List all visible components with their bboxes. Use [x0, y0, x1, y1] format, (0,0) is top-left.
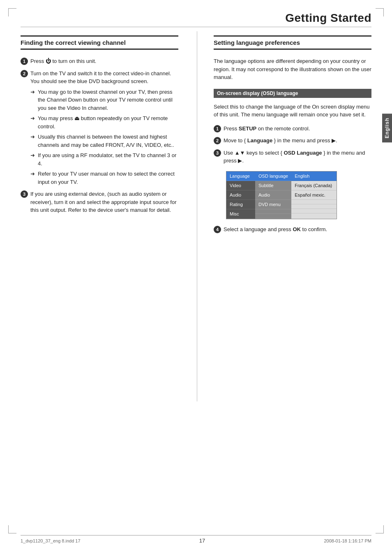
left-column: Finding the correct viewing channel 1 Pr…	[21, 31, 184, 401]
page-header: Getting Started	[0, 0, 392, 27]
right-step-1-content: Press SETUP on the remote control.	[224, 125, 371, 133]
osd-menu-screenshot: Language Video Audio Rating Misc OSD lan…	[226, 171, 337, 219]
right-step-4-number: 4	[214, 226, 221, 233]
arrow-icon-1: ➜	[30, 88, 36, 96]
step-1-content: Press ⏻ to turn on this unit.	[30, 57, 178, 65]
setting-language-heading: Setting language preferences	[214, 35, 371, 50]
arrow-icon-5: ➜	[30, 170, 36, 178]
osd-option-empty3	[291, 209, 337, 213]
arrow-icon-3: ➜	[30, 133, 36, 141]
step-2-arrow-3: ➜ Usually this channel is between the lo…	[30, 133, 178, 149]
osd-cell-audio: Audio	[226, 190, 255, 200]
page-footer: 1_dvp1120_37_eng 8.indd 17 17 2008-01-18…	[21, 535, 371, 544]
step-2-arrow-4: ➜ If you are using a RF modulator, set t…	[30, 151, 178, 167]
footer-date: 2008-01-18 1:16:17 PM	[324, 538, 371, 543]
finding-channel-heading: Finding the correct viewing channel	[21, 35, 178, 50]
main-content: Finding the correct viewing channel 1 Pr…	[0, 31, 392, 401]
osd-option-empty2	[291, 204, 337, 209]
osd-cell-osd-language: OSD language	[255, 172, 291, 181]
arrow-icon-4: ➜	[30, 151, 36, 160]
step-2: 2 Turn on the TV and switch it to the co…	[21, 70, 178, 186]
english-tab: English	[382, 114, 392, 142]
right-step-3-content: Use ▲▼ keys to select { OSD Language } i…	[224, 149, 371, 165]
right-step-2-number: 2	[214, 137, 221, 144]
right-step-2: 2 Move to { Language } in the menu and p…	[214, 137, 371, 145]
step-3: 3 If you are using external device, (suc…	[21, 190, 178, 214]
header-rule	[21, 27, 371, 27]
footer-filename: 1_dvp1120_37_eng 8.indd 17	[21, 538, 81, 543]
step-2-arrow-5: ➜ Refer to your TV user manual on how to…	[30, 170, 178, 186]
step-1: 1 Press ⏻ to turn on this unit.	[21, 57, 178, 65]
right-column: Setting language preferences The languag…	[210, 31, 371, 401]
corner-mark-br	[376, 525, 384, 533]
step-3-content: If you are using external device, (such …	[30, 190, 178, 214]
osd-language-heading: On-screen display (OSD) language	[214, 89, 371, 98]
osd-option-french: Français (Canada)	[291, 181, 337, 190]
osd-cell-empty2	[255, 214, 291, 218]
right-step-3: 3 Use ▲▼ keys to select { OSD Language }…	[214, 149, 371, 165]
osd-cell-audio2: Audio	[255, 190, 291, 200]
page-title: Getting Started	[285, 12, 371, 24]
right-step-4-content: Select a language and press OK to confir…	[224, 225, 371, 234]
language-intro: The language options are different depen…	[214, 57, 371, 81]
osd-cell-video: Video	[226, 181, 255, 190]
osd-cell-subtitle: Subtitle	[255, 181, 291, 190]
osd-cell-dvdmenu: DVD menu	[255, 200, 291, 209]
corner-mark-tr	[376, 8, 384, 16]
right-step-1-number: 1	[214, 125, 221, 132]
osd-option-spanish: Español mexic.	[291, 190, 337, 200]
step-2-arrow-2: ➜ You may press ⏏ button repeatedly on y…	[30, 114, 178, 130]
column-divider	[197, 31, 197, 401]
osd-left-col: Language Video Audio Rating Misc	[226, 172, 255, 219]
right-step-2-content: Move to { Language } in the menu and pre…	[224, 137, 371, 145]
osd-option-empty1	[291, 200, 337, 204]
corner-mark-bl	[8, 525, 16, 533]
right-step-1: 1 Press SETUP on the remote control.	[214, 125, 371, 133]
step-2-arrow-1: ➜ You may go to the lowest channel on yo…	[30, 88, 178, 112]
step-2-content: Turn on the TV and switch it to the corr…	[30, 70, 178, 186]
osd-cell-language: Language	[226, 172, 255, 181]
step-1-number: 1	[21, 58, 28, 65]
osd-cell-empty	[255, 209, 291, 214]
osd-cell-misc: Misc	[226, 209, 255, 219]
step-3-number: 3	[21, 190, 28, 198]
osd-description: Select this to change the language of th…	[214, 103, 371, 119]
step-2-number: 2	[21, 70, 28, 77]
arrow-icon-2: ➜	[30, 114, 36, 123]
osd-mid-col: OSD language Subtitle Audio DVD menu	[255, 172, 291, 219]
osd-right-col: English Français (Canada) Español mexic.	[291, 172, 337, 219]
page-number: 17	[199, 538, 205, 544]
osd-menu-inner: Language Video Audio Rating Misc OSD lan…	[226, 172, 337, 219]
corner-mark-tl	[8, 8, 16, 16]
osd-option-english: English	[291, 172, 337, 181]
right-step-3-number: 3	[214, 149, 221, 157]
osd-cell-rating: Rating	[226, 200, 255, 209]
right-step-4: 4 Select a language and press OK to conf…	[214, 225, 371, 234]
